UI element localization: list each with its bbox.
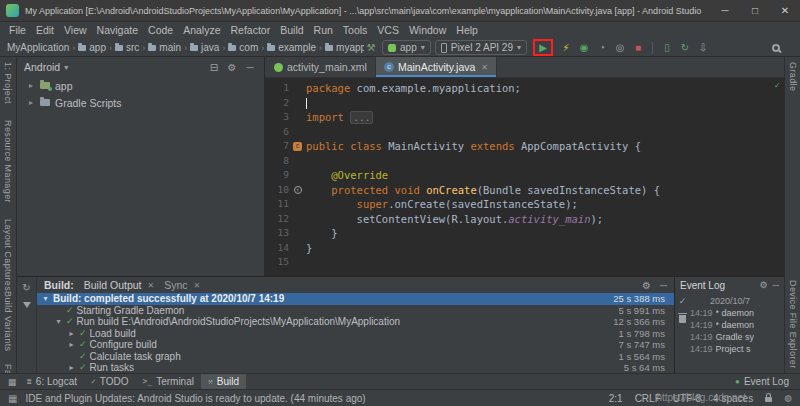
- build-tree-row[interactable]: ▸✓Load build1 s 798 ms: [37, 328, 674, 340]
- hide-panel-icon[interactable]: ─: [243, 62, 257, 73]
- tool-window-switcher-icon[interactable]: ▦: [4, 377, 20, 387]
- chevron-down-icon[interactable]: ▾: [54, 316, 63, 328]
- class-gutter-icon[interactable]: c: [289, 139, 306, 154]
- tool-window-button-1-project[interactable]: 1: Project: [3, 62, 13, 104]
- tool-window-button-resource-manager[interactable]: Resource Manager: [3, 120, 13, 203]
- breadcrumb-item-src[interactable]: src: [114, 42, 140, 53]
- file-encoding[interactable]: UTF-8: [673, 393, 701, 404]
- tab-sync[interactable]: Sync ✕: [164, 279, 200, 291]
- menu-vcs[interactable]: VCS: [372, 22, 404, 39]
- close-tab-icon[interactable]: ✕: [481, 63, 488, 72]
- menu-run[interactable]: Run: [309, 22, 338, 39]
- attach-debugger-icon[interactable]: ◎: [613, 40, 627, 56]
- apply-changes-icon[interactable]: ⚡: [559, 40, 573, 56]
- status-message[interactable]: IDE and Plugin Updates: Android Studio i…: [25, 393, 365, 404]
- caret-position[interactable]: 2:1: [609, 393, 623, 404]
- event-log-entry[interactable]: 14:19Project s: [690, 343, 784, 355]
- search-everywhere-button[interactable]: [772, 44, 780, 52]
- event-log-entry[interactable]: 2020/10/7: [690, 295, 784, 307]
- editor-tab-activity-main-xml[interactable]: activity_main.xml: [266, 57, 376, 77]
- breadcrumb-item-app[interactable]: app: [77, 42, 107, 53]
- menu-refactor[interactable]: Refactor: [226, 22, 276, 39]
- close-tab-icon[interactable]: ✕: [148, 281, 155, 290]
- event-log-settings-gear-icon[interactable]: ⚙: [760, 280, 768, 290]
- chevron-right-icon[interactable]: ▸: [67, 339, 76, 351]
- build-tree-row[interactable]: ✓Starting Gradle Daemon5 s 991 ms: [37, 305, 674, 317]
- stop-icon[interactable]: ■: [631, 40, 645, 56]
- breadcrumb-item-main[interactable]: main: [147, 42, 182, 53]
- event-log-entry[interactable]: 14:19* daemon: [690, 319, 784, 331]
- hide-panel-icon[interactable]: ─: [773, 280, 779, 290]
- tool-window-button-event-log[interactable]: ●Event Log: [728, 374, 796, 390]
- close-button[interactable]: ✕: [770, 0, 800, 22]
- notification-indicator-icon[interactable]: ◍: [784, 393, 792, 403]
- minimize-button[interactable]: ─: [710, 0, 740, 22]
- build-tree-row[interactable]: ▸✓Run tasks5 s 64 ms: [37, 362, 674, 373]
- collapse-all-icon[interactable]: ⊟: [207, 62, 221, 73]
- event-log-entry[interactable]: 14:19Gradle sy: [690, 331, 784, 343]
- menu-view[interactable]: View: [59, 22, 92, 39]
- avd-manager-icon[interactable]: ▯: [660, 40, 674, 56]
- settings-gear-icon[interactable]: ⚙: [225, 62, 239, 73]
- tree-item-gradle-scripts[interactable]: ▸Gradle Scripts: [17, 94, 264, 111]
- tool-window-button-6-logcat[interactable]: ≣6: Logcat: [20, 374, 84, 390]
- mark-read-check-icon[interactable]: ✓: [679, 297, 687, 306]
- maximize-button[interactable]: □: [740, 0, 770, 22]
- chevron-right-icon[interactable]: ▸: [27, 98, 35, 107]
- menu-edit[interactable]: Edit: [31, 22, 59, 39]
- close-tab-icon[interactable]: ✕: [194, 281, 201, 290]
- device-select[interactable]: Pixel 2 API 29 ▾: [435, 40, 527, 55]
- chevron-right-icon[interactable]: ▸: [67, 328, 76, 340]
- status-tool-windows-icon[interactable]: ▦: [8, 393, 17, 404]
- tool-window-button-device-file-explorer[interactable]: Device File Explorer: [788, 280, 798, 369]
- breadcrumb-item-myapplication[interactable]: MyApplication: [6, 42, 70, 53]
- tab-build-output[interactable]: Build Output ✕: [84, 279, 155, 291]
- breadcrumb-item-java[interactable]: java: [189, 42, 220, 53]
- breadcrumb-item-com[interactable]: com: [227, 42, 259, 53]
- gradle-sync-icon[interactable]: ↻: [678, 40, 692, 56]
- project-view-selector[interactable]: Android: [24, 61, 60, 73]
- code-area[interactable]: 1package com.example.myapplication;23imp…: [265, 78, 784, 276]
- line-separator[interactable]: CRLF: [635, 393, 661, 404]
- event-log-entry[interactable]: 14:19* daemon: [690, 307, 784, 319]
- run-button[interactable]: ▶: [537, 40, 549, 56]
- tool-window-button-build-variants[interactable]: Build Variants: [3, 291, 13, 351]
- chevron-right-icon[interactable]: ▸: [27, 81, 35, 90]
- chevron-down-icon[interactable]: ▾: [41, 293, 50, 305]
- menu-tools[interactable]: Tools: [338, 22, 373, 39]
- build-tree-row[interactable]: ✓Calculate task graph1 s 564 ms: [37, 351, 674, 363]
- make-project-icon[interactable]: ⚒: [364, 40, 378, 56]
- build-tree-row[interactable]: ▸✓Configure build7 s 747 ms: [37, 339, 674, 351]
- tool-window-button-layout-captures[interactable]: Layout Captures: [3, 219, 13, 291]
- tool-window-button-gradle[interactable]: Gradle: [788, 62, 798, 91]
- menu-code[interactable]: Code: [143, 22, 178, 39]
- menu-file[interactable]: File: [4, 22, 31, 39]
- menu-window[interactable]: Window: [404, 22, 451, 39]
- hide-panel-icon[interactable]: ─: [660, 280, 667, 291]
- menu-build[interactable]: Build: [275, 22, 308, 39]
- build-settings-gear-icon[interactable]: ⚙: [642, 280, 651, 291]
- run-config-select[interactable]: app ▾: [382, 40, 431, 55]
- indent-style[interactable]: 4 spaces: [713, 393, 753, 404]
- breadcrumb-item-myapplication[interactable]: myapplication: [324, 42, 364, 53]
- tool-window-button-build[interactable]: ⚒Build: [201, 374, 246, 390]
- menu-navigate[interactable]: Navigate: [92, 22, 143, 39]
- tree-item-app[interactable]: ▸app: [17, 77, 264, 94]
- lock-icon[interactable]: [765, 397, 772, 402]
- clear-log-trash-icon[interactable]: [679, 315, 686, 323]
- sdk-manager-icon[interactable]: ⇩: [696, 40, 710, 56]
- build-tree-row[interactable]: ▾✓Run build E:\Android\AndroidStudioProj…: [37, 316, 674, 328]
- filter-icon[interactable]: [23, 302, 31, 308]
- debug-icon[interactable]: ◉: [577, 40, 591, 56]
- override-gutter-icon[interactable]: ↑: [289, 183, 306, 198]
- tool-window-button-todo[interactable]: ✓TODO: [84, 374, 136, 390]
- profile-icon[interactable]: ◔: [595, 40, 609, 56]
- editor-tab-mainactivity-java[interactable]: cMainActivity.java✕: [376, 57, 497, 77]
- breadcrumb-item-example[interactable]: example: [266, 42, 317, 53]
- menu-analyze[interactable]: Analyze: [178, 22, 225, 39]
- restart-build-icon[interactable]: ↻: [22, 283, 30, 293]
- tool-window-button-terminal[interactable]: >_Terminal: [136, 374, 201, 390]
- menu-help[interactable]: Help: [451, 22, 483, 39]
- build-tree-row[interactable]: ▾Build: completed successfully at 2020/1…: [37, 293, 674, 305]
- chevron-right-icon[interactable]: ▸: [67, 362, 76, 373]
